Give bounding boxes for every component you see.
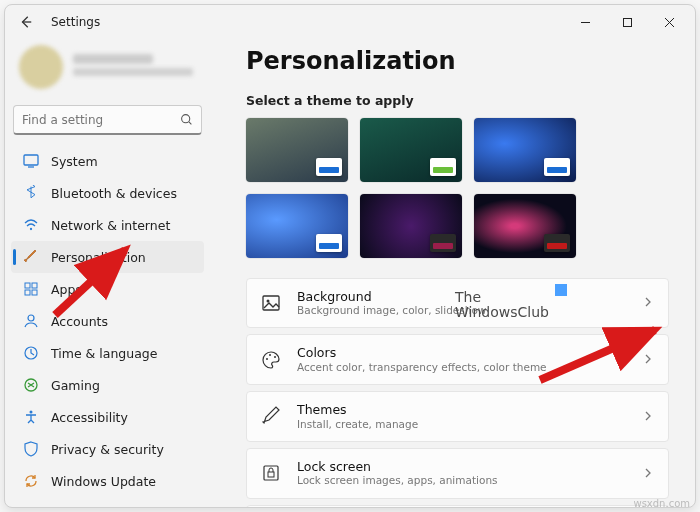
nav-label: Accessibility xyxy=(51,410,128,425)
sidebar-item-gaming[interactable]: Gaming xyxy=(11,369,204,401)
bluetooth-icon xyxy=(23,185,39,201)
accessibility-icon xyxy=(23,409,39,425)
accounts-icon xyxy=(23,313,39,329)
nav-label: Bluetooth & devices xyxy=(51,186,177,201)
card-title: Themes xyxy=(297,402,626,418)
chevron-right-icon xyxy=(642,464,654,483)
footer-credit: wsxdn.com xyxy=(633,498,690,509)
sidebar-item-update[interactable]: Windows Update xyxy=(11,465,204,497)
shield-icon xyxy=(23,441,39,457)
card-title: Lock screen xyxy=(297,459,626,475)
theme-option-1[interactable] xyxy=(246,118,348,182)
sidebar-item-system[interactable]: System xyxy=(11,145,204,177)
maximize-icon xyxy=(622,17,633,28)
card-touchkeyboard[interactable]: Touch keyboardThemes, size xyxy=(246,505,669,508)
svg-point-14 xyxy=(269,354,271,356)
sidebar-item-time[interactable]: Time & language xyxy=(11,337,204,369)
svg-point-12 xyxy=(267,299,270,302)
svg-rect-0 xyxy=(623,18,631,26)
nav-label: Gaming xyxy=(51,378,100,393)
window-title: Settings xyxy=(51,15,100,29)
svg-point-13 xyxy=(266,358,268,360)
close-icon xyxy=(664,17,675,28)
svg-point-10 xyxy=(30,411,33,414)
gaming-icon xyxy=(23,377,39,393)
maximize-button[interactable] xyxy=(607,8,647,36)
profile-block[interactable] xyxy=(9,39,206,103)
chevron-right-icon xyxy=(642,293,654,312)
watermark-line2: WindowsClub xyxy=(455,305,549,320)
watermark-logo xyxy=(555,284,567,296)
picture-icon xyxy=(261,293,281,313)
theme-option-6[interactable] xyxy=(474,194,576,258)
avatar xyxy=(19,45,63,89)
theme-grid xyxy=(246,118,576,258)
user-email-blur xyxy=(73,68,193,76)
nav-label: Network & internet xyxy=(51,218,170,233)
system-icon xyxy=(23,153,39,169)
user-name-blur xyxy=(73,54,153,64)
brush-icon xyxy=(23,249,39,265)
svg-rect-2 xyxy=(24,155,38,165)
page-title: Personalization xyxy=(246,47,669,75)
theme-option-5[interactable] xyxy=(360,194,462,258)
annotation-arrow-1 xyxy=(45,245,145,325)
minimize-icon xyxy=(580,17,591,28)
arrow-left-icon xyxy=(19,15,33,29)
clock-icon xyxy=(23,345,39,361)
minimize-button[interactable] xyxy=(565,8,605,36)
svg-point-1 xyxy=(182,115,190,123)
svg-rect-6 xyxy=(32,290,37,295)
lockscreen-icon xyxy=(261,463,281,483)
palette-icon xyxy=(261,350,281,370)
search-box[interactable] xyxy=(13,105,202,135)
apps-icon xyxy=(23,281,39,297)
svg-rect-4 xyxy=(32,283,37,288)
sidebar-item-network[interactable]: Network & internet xyxy=(11,209,204,241)
annotation-arrow-2 xyxy=(535,325,675,385)
svg-rect-5 xyxy=(25,290,30,295)
chevron-right-icon xyxy=(642,407,654,426)
svg-rect-17 xyxy=(268,472,274,477)
svg-point-7 xyxy=(28,315,34,321)
pen-icon xyxy=(261,406,281,426)
close-button[interactable] xyxy=(649,8,689,36)
theme-prompt: Select a theme to apply xyxy=(246,93,669,108)
svg-rect-3 xyxy=(25,283,30,288)
main-content: Personalization Select a theme to apply xyxy=(210,39,695,507)
watermark-line1: The xyxy=(455,290,549,305)
card-desc: Install, create, manage xyxy=(297,418,626,431)
search-icon xyxy=(180,113,193,126)
svg-point-15 xyxy=(274,356,276,358)
card-themes[interactable]: ThemesInstall, create, manage xyxy=(246,391,669,442)
sidebar-item-accessibility[interactable]: Accessibility xyxy=(11,401,204,433)
nav-label: System xyxy=(51,154,98,169)
nav-label: Windows Update xyxy=(51,474,156,489)
update-icon xyxy=(23,473,39,489)
theme-option-2[interactable] xyxy=(360,118,462,182)
sidebar-item-bluetooth[interactable]: Bluetooth & devices xyxy=(11,177,204,209)
wifi-icon xyxy=(23,217,39,233)
theme-option-4[interactable] xyxy=(246,194,348,258)
watermark: The WindowsClub xyxy=(455,290,549,321)
titlebar: Settings xyxy=(5,5,695,39)
card-lockscreen[interactable]: Lock screenLock screen images, apps, ani… xyxy=(246,448,669,499)
card-desc: Lock screen images, apps, animations xyxy=(297,474,626,487)
theme-option-3[interactable] xyxy=(474,118,576,182)
sidebar-item-privacy[interactable]: Privacy & security xyxy=(11,433,204,465)
svg-rect-11 xyxy=(263,296,279,310)
search-input[interactable] xyxy=(22,113,180,127)
nav-label: Privacy & security xyxy=(51,442,164,457)
nav-label: Time & language xyxy=(51,346,157,361)
back-button[interactable] xyxy=(15,11,37,33)
